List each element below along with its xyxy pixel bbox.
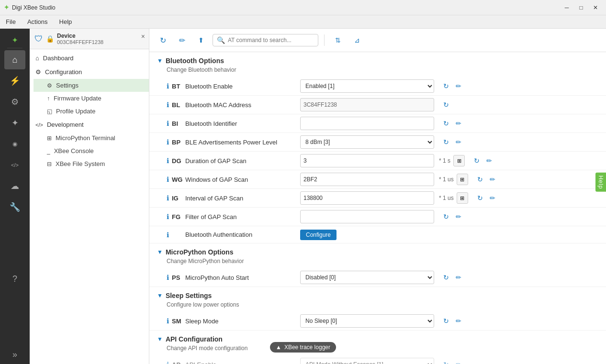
dg-input[interactable]: [300, 154, 434, 167]
sort-button[interactable]: ⇅: [330, 33, 346, 48]
bp-info-icon[interactable]: ℹ: [167, 138, 169, 146]
search-input[interactable]: [228, 37, 314, 44]
sidebar-item-xbee-filesystem[interactable]: ⊟ XBee File System: [34, 157, 149, 170]
dg-refresh-btn[interactable]: ↻: [471, 155, 482, 166]
bp-refresh-btn[interactable]: ↻: [441, 137, 451, 147]
sm-select[interactable]: No Sleep [0] Pin Sleep [1] Cyclic Sleep …: [300, 314, 434, 328]
wg-refresh-btn[interactable]: ↻: [475, 174, 485, 185]
sidebar-item-firmware-update[interactable]: ↑ Firmware Update: [34, 92, 149, 105]
sidebar-item-terminal[interactable]: ◉: [4, 134, 25, 154]
bp-select[interactable]: 8 dBm [3] 0 dBm [0] 2 dBm [1] 4 dBm [2]: [300, 135, 434, 149]
ig-calc-btn[interactable]: ⊞: [457, 192, 468, 204]
bl-input[interactable]: [300, 98, 434, 111]
bi-info-icon[interactable]: ℹ: [167, 120, 169, 127]
wg-info-icon[interactable]: ℹ: [167, 176, 169, 183]
main-layout: ✦ ⌂ ⚡ ⚙ ✦ ◉ </> ☁ 🔧 ? »: [0, 29, 606, 364]
sidebar-item-lightning[interactable]: ⚡: [4, 71, 25, 90]
btauth-info-icon[interactable]: ℹ: [167, 231, 169, 239]
sidebar-item-help[interactable]: ?: [4, 271, 25, 290]
bt-refresh-btn[interactable]: ↻: [441, 81, 451, 91]
edit-button[interactable]: ✏: [174, 33, 190, 48]
bl-info-icon[interactable]: ℹ: [167, 101, 169, 109]
bt-info-icon[interactable]: ℹ: [167, 82, 169, 90]
bl-refresh-btn[interactable]: ↻: [441, 99, 451, 110]
micropython-section-header[interactable]: ▼ MicroPython Options: [149, 243, 606, 258]
sidebar-item-micropython[interactable]: ⊞ MicroPython Terminal: [34, 132, 149, 144]
ps-info-icon[interactable]: ℹ: [167, 274, 169, 281]
maximize-button[interactable]: □: [574, 3, 588, 12]
fg-input[interactable]: [300, 210, 434, 223]
filter-button[interactable]: ⊿: [349, 33, 365, 48]
ps-select[interactable]: Disabled [0] Enabled [1]: [300, 271, 434, 284]
fg-refresh-btn[interactable]: ↻: [441, 211, 451, 222]
trace-logger-popup[interactable]: ▲ XBee trace logger: [270, 342, 336, 353]
dg-edit-btn[interactable]: ✏: [484, 155, 494, 166]
sidebar-item-configuration[interactable]: ⚙ Configuration: [30, 65, 149, 79]
btauth-label: Bluetooth Authentication: [185, 231, 300, 238]
ig-input[interactable]: [300, 191, 434, 205]
wg-calc-btn[interactable]: ⊞: [457, 174, 468, 185]
ig-edit-btn[interactable]: ✏: [487, 193, 498, 203]
param-row-wg: ℹ WG Windows of GAP Scan * 1 us ⊞ ↻ ✏: [149, 170, 606, 189]
wg-input[interactable]: [300, 173, 434, 186]
search-box[interactable]: 🔍: [213, 34, 318, 46]
sidebar-item-network[interactable]: ✦: [4, 113, 25, 132]
sidebar-item-cloud[interactable]: ☁: [4, 176, 25, 196]
ps-edit-btn[interactable]: ✏: [453, 272, 464, 283]
filesystem-icon: ⊟: [47, 161, 52, 167]
firmware-icon: ↑: [47, 95, 50, 102]
digi-logo: ✦: [12, 36, 18, 44]
upload-button[interactable]: ⬆: [193, 33, 209, 48]
close-button[interactable]: ✕: [589, 3, 602, 12]
wg-label: Windows of GAP Scan: [185, 176, 300, 183]
sidebar-item-settings[interactable]: ⚙ Settings: [34, 79, 149, 92]
wg-unit: * 1 us: [439, 176, 454, 183]
icon-bar: ✦ ⌂ ⚡ ⚙ ✦ ◉ </> ☁ 🔧 ? »: [0, 29, 30, 364]
help-tab[interactable]: Help: [595, 172, 606, 192]
device-close-button[interactable]: ×: [141, 33, 145, 40]
menu-actions[interactable]: Actions: [25, 17, 50, 26]
bi-label: Bluetooth Identifier: [185, 120, 300, 127]
sidebar-item-xbee-console[interactable]: _ XBee Console: [34, 144, 149, 157]
sidebar-item-gear[interactable]: ⚙: [4, 92, 25, 111]
bluetooth-section-header[interactable]: ▼ Bluetooth Options: [149, 52, 606, 66]
ap-select[interactable]: API Mode Without Escapes [1]: [300, 358, 434, 364]
api-section-header[interactable]: ▼ API Configuration: [149, 331, 606, 345]
ap-edit-btn[interactable]: ✏: [453, 359, 464, 364]
sidebar-item-tools[interactable]: 🔧: [4, 198, 25, 217]
menu-help[interactable]: Help: [57, 17, 74, 26]
ap-info-icon[interactable]: ℹ: [167, 361, 169, 364]
sidebar-item-home[interactable]: ⌂: [4, 50, 25, 69]
sm-info-icon[interactable]: ℹ: [167, 317, 169, 325]
ig-refresh-btn[interactable]: ↻: [475, 193, 485, 203]
sidebar-item-profile-update[interactable]: ◱ Profile Update: [34, 105, 149, 118]
bi-refresh-btn[interactable]: ↻: [441, 118, 451, 129]
bt-select[interactable]: Enabled [1] Disabled [0]: [300, 79, 434, 93]
expand-button[interactable]: »: [4, 345, 25, 364]
sidebar-item-code[interactable]: </>: [4, 155, 25, 175]
ap-refresh-btn[interactable]: ↻: [441, 359, 451, 364]
sleep-section-header[interactable]: ▼ Sleep Settings: [149, 287, 606, 301]
sidebar-item-dashboard[interactable]: ⌂ Dashboard: [30, 51, 149, 65]
bi-input[interactable]: [300, 117, 434, 130]
bp-edit-btn[interactable]: ✏: [453, 137, 464, 147]
minimize-button[interactable]: ─: [560, 3, 573, 12]
api-section-subtitle: Change API mode configuration: [149, 345, 606, 355]
fg-info-icon[interactable]: ℹ: [167, 213, 169, 221]
bi-edit-btn[interactable]: ✏: [453, 118, 464, 129]
dg-calc-btn[interactable]: ⊞: [453, 155, 465, 166]
sm-edit-btn[interactable]: ✏: [453, 316, 464, 326]
ig-info-icon[interactable]: ℹ: [167, 194, 169, 202]
menu-file[interactable]: File: [4, 17, 18, 26]
bt-edit-btn[interactable]: ✏: [453, 81, 464, 91]
configure-button[interactable]: Configure: [300, 230, 337, 240]
wg-edit-btn[interactable]: ✏: [487, 174, 498, 185]
dg-info-icon[interactable]: ℹ: [167, 157, 169, 165]
sm-refresh-btn[interactable]: ↻: [441, 316, 451, 326]
param-row-ps: ℹ PS MicroPython Auto Start Disabled [0]…: [149, 268, 606, 287]
refresh-button[interactable]: ↻: [155, 33, 170, 48]
ps-refresh-btn[interactable]: ↻: [441, 272, 451, 283]
fg-edit-btn[interactable]: ✏: [453, 211, 464, 222]
micropython-section-title: MicroPython Options: [166, 248, 234, 256]
sidebar-item-development[interactable]: </> Development: [30, 118, 149, 132]
